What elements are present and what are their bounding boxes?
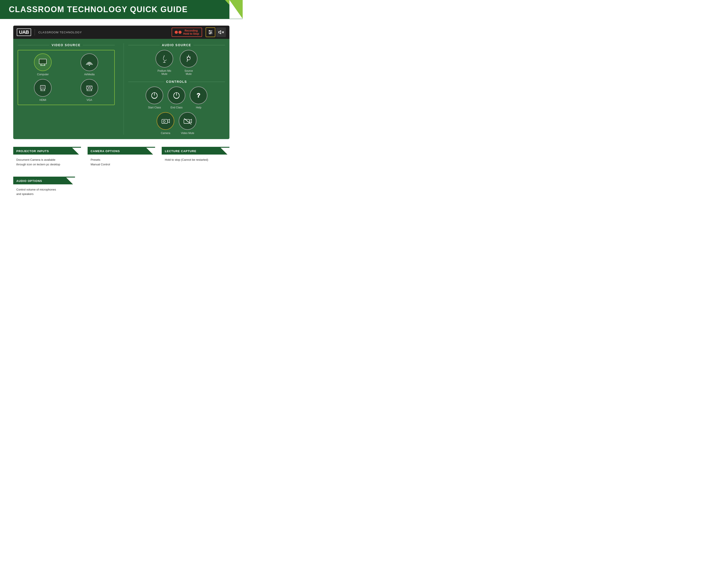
source-item-airmedia[interactable]: AirMedia bbox=[68, 53, 111, 76]
lecture-capture-title: LECTURE CAPTURE bbox=[165, 149, 196, 153]
audio-options-header: AUDIO OPTIONS bbox=[13, 177, 75, 184]
vga-label: VGA bbox=[86, 98, 92, 102]
source-mute-button[interactable] bbox=[180, 50, 197, 68]
camera-options-body: PresetsManual Control bbox=[88, 154, 155, 170]
svg-marker-43 bbox=[146, 148, 155, 154]
svg-marker-45 bbox=[66, 177, 75, 184]
camera-options-title: CAMERA OPTIONS bbox=[91, 149, 120, 153]
source-item-camera[interactable]: Camera bbox=[157, 112, 174, 135]
camera-options-header: CAMERA OPTIONS bbox=[88, 148, 155, 154]
video-mute-icon bbox=[183, 116, 192, 126]
power-on-icon bbox=[150, 90, 159, 100]
svg-text:?: ? bbox=[197, 92, 201, 99]
camera-icon bbox=[161, 116, 170, 126]
source-item-source-mute[interactable]: SourceMute bbox=[180, 50, 197, 75]
source-mute-label: SourceMute bbox=[184, 69, 193, 75]
svg-point-39 bbox=[163, 120, 165, 122]
rec-circle-2 bbox=[178, 31, 182, 34]
header-controls bbox=[206, 27, 226, 37]
svg-point-4 bbox=[209, 30, 210, 31]
mute-icon bbox=[218, 29, 224, 35]
uab-logo: UAB bbox=[17, 28, 31, 36]
computer-icon bbox=[38, 57, 48, 67]
controls-row-1: Start Class End Class bbox=[128, 86, 225, 109]
projector-inputs-body: Document Camera is availablethrough icon… bbox=[13, 154, 81, 170]
svg-point-20 bbox=[87, 86, 88, 87]
video-mute-label: Video Mute bbox=[181, 132, 194, 135]
computer-label: Computer bbox=[37, 73, 49, 76]
video-mute-button[interactable] bbox=[179, 112, 196, 130]
airmedia-button[interactable] bbox=[81, 53, 98, 71]
audio-source-section: AUDIO SOURCE Podium Mi bbox=[128, 43, 225, 135]
header-divider bbox=[35, 29, 35, 36]
video-source-section: VIDEO SOURCE Computer bbox=[18, 43, 119, 135]
lecture-capture-header: LECTURE CAPTURE bbox=[162, 148, 229, 154]
podium-mic-button[interactable] bbox=[156, 50, 173, 68]
source-item-end-class[interactable]: End Class bbox=[168, 86, 185, 109]
svg-rect-19 bbox=[86, 86, 92, 89]
start-class-button[interactable] bbox=[146, 86, 163, 104]
source-item-hdmi[interactable]: HDMI bbox=[21, 79, 65, 102]
panel-header: UAB CLASSROOM TECHNOLOGY RecordingHold t… bbox=[13, 26, 229, 39]
airmedia-icon bbox=[84, 57, 94, 67]
svg-line-11 bbox=[41, 64, 41, 65]
bottom-info-section: PROJECTOR INPUTS Document Camera is avai… bbox=[0, 147, 243, 170]
source-item-vga[interactable]: VGA bbox=[68, 79, 111, 102]
audio-settings-button[interactable] bbox=[206, 27, 215, 37]
camera-button[interactable] bbox=[157, 112, 174, 130]
svg-rect-10 bbox=[39, 59, 47, 64]
panel-body: VIDEO SOURCE Computer bbox=[13, 39, 229, 139]
panel-header-title: CLASSROOM TECHNOLOGY bbox=[38, 31, 168, 34]
computer-button[interactable] bbox=[34, 53, 52, 71]
svg-rect-38 bbox=[162, 119, 168, 123]
audio-accent bbox=[64, 177, 75, 184]
mic-icon bbox=[159, 54, 169, 64]
sliders-icon bbox=[208, 29, 213, 35]
camera-accent bbox=[144, 148, 155, 154]
projector-inputs-card: PROJECTOR INPUTS Document Camera is avai… bbox=[13, 147, 81, 170]
camera-label: Camera bbox=[161, 132, 170, 135]
svg-rect-40 bbox=[184, 119, 190, 123]
vga-button[interactable] bbox=[81, 79, 98, 97]
help-button[interactable]: ? bbox=[190, 86, 207, 104]
control-panel: UAB CLASSROOM TECHNOLOGY RecordingHold t… bbox=[13, 26, 229, 139]
power-off-icon bbox=[172, 90, 181, 100]
vga-icon bbox=[84, 83, 94, 93]
audio-options-card: AUDIO OPTIONS Control volume of micropho… bbox=[13, 177, 75, 200]
source-item-podium-mic[interactable]: Podium MicMute bbox=[156, 50, 173, 75]
lecture-capture-card: LECTURE CAPTURE Hold to stop (Cannot be … bbox=[162, 147, 229, 170]
start-class-label: Start Class bbox=[148, 106, 161, 109]
svg-marker-0 bbox=[225, 0, 243, 19]
podium-mic-label: Podium MicMute bbox=[158, 69, 171, 75]
svg-point-22 bbox=[91, 86, 91, 87]
hdmi-button[interactable] bbox=[34, 79, 52, 97]
end-class-label: End Class bbox=[171, 106, 183, 109]
lecture-capture-body: Hold to stop (Cannot be restarted) bbox=[162, 154, 229, 165]
svg-line-25 bbox=[164, 55, 165, 57]
end-class-button[interactable] bbox=[168, 86, 185, 104]
rec-circle-1 bbox=[175, 31, 178, 34]
recording-icon bbox=[175, 31, 182, 34]
airmedia-label: AirMedia bbox=[84, 73, 94, 76]
svg-point-21 bbox=[89, 86, 90, 87]
source-item-video-mute[interactable]: Video Mute bbox=[179, 112, 196, 135]
mute-button[interactable] bbox=[216, 27, 226, 37]
svg-point-24 bbox=[90, 88, 90, 88]
help-icon: ? bbox=[194, 90, 203, 100]
controls-title: CONTROLS bbox=[128, 80, 225, 83]
recording-label: RecordingHold to Stop bbox=[183, 29, 199, 36]
svg-marker-7 bbox=[219, 30, 221, 34]
plug-icon bbox=[184, 54, 193, 64]
svg-point-5 bbox=[210, 32, 211, 33]
hdmi-label: HDMI bbox=[39, 98, 46, 102]
audio-options-body: Control volume of microphonesand speaker… bbox=[13, 184, 75, 200]
projector-inputs-title: PROJECTOR INPUTS bbox=[16, 149, 49, 153]
recording-button[interactable]: RecordingHold to Stop bbox=[172, 28, 202, 37]
lecture-accent bbox=[218, 148, 229, 154]
svg-line-12 bbox=[45, 64, 45, 65]
page-title: CLASSROOM TECHNOLOGY QUICK GUIDE bbox=[9, 5, 188, 14]
source-item-start-class[interactable]: Start Class bbox=[146, 86, 163, 109]
source-item-computer[interactable]: Computer bbox=[21, 53, 65, 76]
source-item-help[interactable]: ? Help bbox=[190, 86, 207, 109]
hdmi-icon bbox=[38, 83, 48, 93]
